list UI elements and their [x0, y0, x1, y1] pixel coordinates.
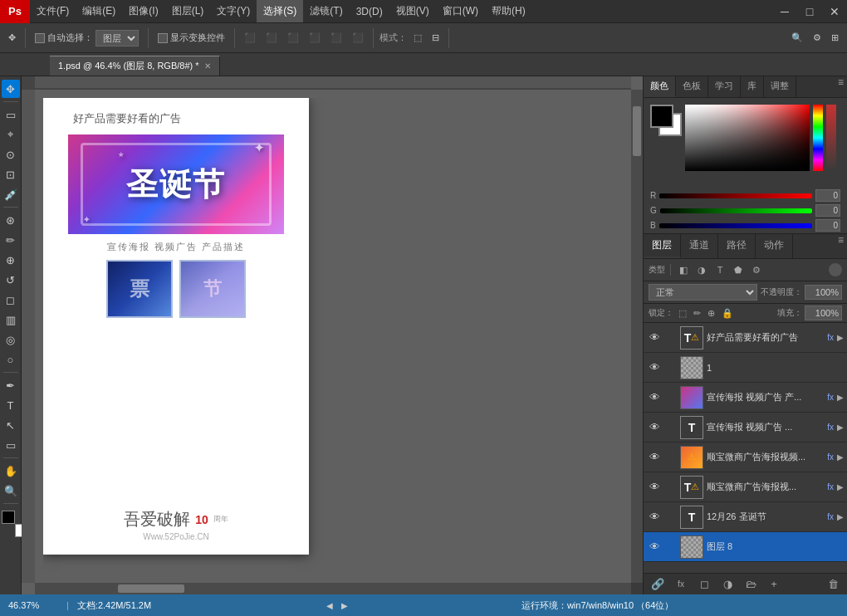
- stamp-tool[interactable]: ⊕: [2, 251, 20, 269]
- color-alpha-slider[interactable]: [826, 105, 836, 171]
- layer-link-btn[interactable]: 🔗: [649, 575, 667, 594]
- horizontal-scrollbar-thumb[interactable]: [118, 584, 184, 593]
- brush-tool[interactable]: ✏: [2, 231, 20, 249]
- fill-input[interactable]: [805, 306, 842, 320]
- color-hue-slider[interactable]: [813, 105, 823, 171]
- layer-item-2[interactable]: 👁 1: [644, 353, 847, 383]
- menu-file[interactable]: 文件(F): [30, 0, 76, 22]
- filter-smart-icon[interactable]: ⚙: [749, 262, 764, 277]
- align-middle-button[interactable]: ⬛: [327, 31, 345, 45]
- layer-item-6[interactable]: 👁 T ⚠ 顺宝微商广告海报视... fx ▶: [644, 472, 847, 502]
- path-select-tool[interactable]: ↖: [2, 416, 20, 434]
- layer-visibility-7[interactable]: 👁: [647, 510, 662, 525]
- filter-toggle[interactable]: [829, 263, 842, 276]
- new-group-btn[interactable]: 🗁: [742, 575, 760, 594]
- layers-panel-menu[interactable]: ≡: [835, 234, 847, 258]
- mode-icon-1[interactable]: ⬚: [410, 31, 425, 45]
- align-bottom-button[interactable]: ⬛: [349, 31, 367, 45]
- quick-select-tool[interactable]: ⊙: [2, 145, 20, 164]
- lock-brush-icon[interactable]: ✏: [692, 307, 703, 320]
- align-right-button[interactable]: ⬛: [284, 31, 302, 45]
- layer-visibility-2[interactable]: 👁: [647, 360, 662, 375]
- slider-r-bar[interactable]: [659, 193, 812, 198]
- auto-select-checkbox[interactable]: [35, 33, 45, 43]
- menu-edit[interactable]: 编辑(E): [76, 0, 122, 22]
- foreground-color[interactable]: [2, 511, 15, 524]
- menu-help[interactable]: 帮助(H): [485, 0, 532, 22]
- vertical-scrollbar-thumb[interactable]: [633, 106, 641, 156]
- layer-item-1[interactable]: 👁 T ⚠ 好产品需要好看的广告 fx ▶: [644, 323, 847, 353]
- layer-visibility-3[interactable]: 👁: [647, 390, 662, 405]
- history-brush-tool[interactable]: ↺: [2, 271, 20, 289]
- layer-fx-btn[interactable]: fx: [672, 575, 690, 594]
- close-tab-icon[interactable]: ✕: [204, 61, 211, 71]
- menu-image[interactable]: 图像(I): [122, 0, 164, 22]
- zoom-tool[interactable]: 🔍: [2, 482, 20, 500]
- expand-btn-7[interactable]: ▶: [837, 512, 844, 521]
- lock-all-icon[interactable]: 🔒: [720, 307, 735, 320]
- tab-swatches[interactable]: 色板: [676, 76, 708, 97]
- actions-tab[interactable]: 动作: [756, 234, 793, 258]
- menu-select[interactable]: 选择(S): [257, 0, 303, 22]
- document-tab-1[interactable]: 1.psd @ 46.4% (图层 8, RGB/8#) * ✕: [50, 56, 220, 76]
- blur-tool[interactable]: ◎: [2, 330, 20, 349]
- expand-btn-1[interactable]: ▶: [837, 333, 844, 342]
- move-tool[interactable]: ✥: [2, 80, 20, 98]
- opacity-input[interactable]: [805, 285, 842, 300]
- filter-shape-icon[interactable]: ⬟: [731, 262, 746, 277]
- new-layer-btn[interactable]: +: [765, 575, 783, 594]
- crop-tool[interactable]: ⊡: [2, 165, 20, 183]
- horizontal-scrollbar[interactable]: [35, 583, 631, 594]
- slider-b-bar[interactable]: [659, 223, 812, 228]
- menu-filter[interactable]: 滤镜(T): [303, 0, 349, 22]
- settings-button[interactable]: ⚙: [810, 31, 825, 45]
- menu-text[interactable]: 文字(Y): [210, 0, 257, 22]
- menu-view[interactable]: 视图(V): [389, 0, 436, 22]
- blend-mode-select[interactable]: 正常: [649, 284, 757, 301]
- eyedropper-tool[interactable]: 💉: [2, 185, 20, 203]
- filter-pixel-icon[interactable]: ◧: [676, 262, 691, 277]
- layer-item-3[interactable]: 👁 宣传海报 视频广告 产... fx ▶: [644, 383, 847, 413]
- expand-btn-3[interactable]: ▶: [837, 393, 844, 402]
- menu-3d[interactable]: 3D(D): [350, 0, 389, 22]
- delete-layer-btn[interactable]: 🗑: [824, 575, 842, 594]
- layer-item-8[interactable]: 👁 图层 8: [644, 532, 847, 562]
- color-saturation-value[interactable]: [685, 105, 810, 171]
- tab-learn[interactable]: 学习: [708, 76, 741, 97]
- layer-item-4[interactable]: 👁 T 宣传海报 视频广告 ... fx ▶: [644, 413, 847, 442]
- tab-adjustments[interactable]: 调整: [764, 76, 796, 97]
- expand-btn-4[interactable]: ▶: [837, 423, 844, 432]
- text-tool[interactable]: T: [2, 396, 20, 414]
- channels-tab[interactable]: 通道: [681, 234, 718, 258]
- lock-position-icon[interactable]: ⊕: [706, 307, 717, 320]
- layers-tab[interactable]: 图层: [644, 234, 681, 258]
- mode-icon-2[interactable]: ⊟: [428, 31, 443, 45]
- minimize-button[interactable]: ─: [772, 0, 797, 23]
- align-left-button[interactable]: ⬛: [241, 31, 259, 45]
- auto-select-dropdown[interactable]: 图层: [95, 30, 139, 46]
- hand-tool[interactable]: ✋: [2, 462, 20, 480]
- layer-item-7[interactable]: 👁 T 12月26 圣诞节 fx ▶: [644, 502, 847, 532]
- nav-prev[interactable]: ◀: [326, 601, 333, 610]
- shape-tool[interactable]: ▭: [2, 436, 20, 454]
- maximize-button[interactable]: □: [797, 0, 822, 23]
- layer-visibility-8[interactable]: 👁: [647, 540, 662, 555]
- nav-next[interactable]: ▶: [341, 601, 348, 610]
- menu-layer[interactable]: 图层(L): [165, 0, 211, 22]
- show-transform-checkbox[interactable]: [158, 33, 168, 43]
- search-button[interactable]: 🔍: [788, 31, 806, 45]
- layer-adjustment-btn[interactable]: ◑: [718, 575, 737, 594]
- marquee-tool[interactable]: ▭: [2, 105, 20, 124]
- layer-visibility-1[interactable]: 👁: [647, 330, 662, 345]
- eraser-tool[interactable]: ◻: [2, 291, 20, 309]
- close-button[interactable]: ✕: [822, 0, 847, 23]
- tab-libraries[interactable]: 库: [741, 76, 764, 97]
- layer-visibility-4[interactable]: 👁: [647, 420, 662, 435]
- layer-mask-btn[interactable]: ◻: [695, 575, 713, 594]
- gradient-tool[interactable]: ▥: [2, 310, 20, 329]
- tab-color[interactable]: 颜色: [644, 76, 676, 97]
- layer-visibility-5[interactable]: 👁: [647, 450, 662, 465]
- filter-adjust-icon[interactable]: ◑: [694, 262, 709, 277]
- lock-pixels-icon[interactable]: ⬚: [677, 307, 688, 320]
- filter-text-icon[interactable]: T: [712, 262, 727, 277]
